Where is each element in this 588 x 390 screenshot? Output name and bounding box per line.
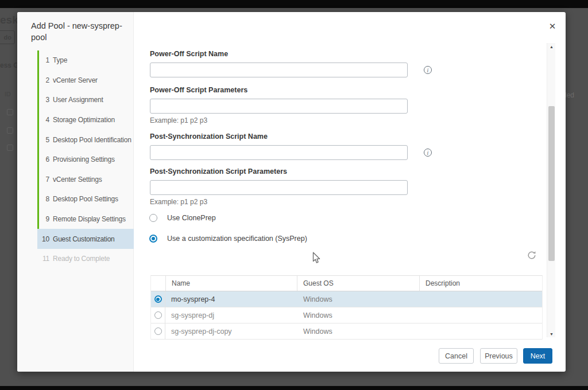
vertical-scrollbar[interactable]: ▲ ▼ <box>547 43 555 337</box>
spec-name-cell: sg-sysprep-dj-copy <box>165 327 297 336</box>
row-radio[interactable] <box>151 323 165 339</box>
power-off-script-parameters-label: Power-Off Script Parameters <box>150 86 247 94</box>
next-button[interactable]: Next <box>523 348 552 364</box>
spec-name-cell: mo-sysprep-4 <box>165 295 297 303</box>
radio-circle-icon <box>149 214 157 222</box>
power-off-parameters-hint: Example: p1 p2 p3 <box>150 116 207 124</box>
step-label: vCenter Server <box>53 76 98 84</box>
step-number: 4 <box>41 116 49 124</box>
step-label: Ready to Complete <box>53 255 110 263</box>
row-radio[interactable] <box>151 291 165 307</box>
scrollbar-up-icon[interactable]: ▲ <box>547 43 556 50</box>
wizard-step-user-assignment[interactable]: 3User Assignment <box>37 90 134 110</box>
radio-circle-icon <box>154 295 162 303</box>
dialog-title: Add Pool - new-sysprep-pool <box>31 21 131 43</box>
screen-top-bezel <box>0 0 588 8</box>
wizard-step-vcenter-server[interactable]: 2vCenter Server <box>37 71 134 91</box>
background-checkbox <box>7 109 13 115</box>
step-label: vCenter Settings <box>53 176 102 184</box>
table-row[interactable]: sg-sysprep-dj-copy Windows <box>151 323 542 340</box>
post-sync-parameters-hint: Example: p1 p2 p3 <box>150 198 207 206</box>
cancel-button[interactable]: Cancel <box>439 348 474 364</box>
background-checkbox <box>7 145 13 151</box>
background-enabled-column-fragment: led <box>565 91 574 99</box>
wizard-step-storage-optimization[interactable]: 4Storage Optimization <box>37 110 134 130</box>
radio-label: Use a customization specification (SysPr… <box>167 235 307 243</box>
step-number: 11 <box>41 255 49 263</box>
step-number: 1 <box>41 56 49 64</box>
wizard-step-ready-to-complete: 11Ready to Complete <box>37 249 134 269</box>
refresh-icon[interactable] <box>527 250 537 260</box>
column-header-guest-os[interactable]: Guest OS <box>297 276 419 291</box>
post-sync-script-parameters-input[interactable] <box>150 180 408 195</box>
column-header-description[interactable]: Description <box>419 276 542 291</box>
background-checkbox <box>7 127 13 134</box>
step-label: Type <box>53 56 67 64</box>
scrollbar-down-icon[interactable]: ▼ <box>547 330 556 337</box>
column-header-name[interactable]: Name <box>165 276 297 291</box>
step-label: Desktop Pool Settings <box>53 195 118 203</box>
wizard-step-guest-customization[interactable]: 10Guest Customization <box>37 229 134 249</box>
step-number: 6 <box>41 155 49 163</box>
background-button-fragment: do <box>0 30 15 44</box>
previous-button[interactable]: Previous <box>480 348 517 364</box>
table-row[interactable]: sg-sysprep-dj Windows <box>151 307 542 323</box>
power-off-script-parameters-input[interactable] <box>150 99 408 114</box>
row-radio[interactable] <box>151 307 165 323</box>
use-sysprep-radio[interactable]: Use a customization specification (SysPr… <box>149 235 307 243</box>
radio-circle-icon <box>154 311 162 319</box>
power-off-script-name-label: Power-Off Script Name <box>150 50 228 58</box>
wizard-step-vcenter-settings[interactable]: 7vCenter Settings <box>37 170 134 190</box>
step-number: 9 <box>41 215 49 223</box>
mouse-cursor <box>312 252 321 267</box>
step-label: Remote Display Settings <box>53 215 126 223</box>
spec-name-cell: sg-sysprep-dj <box>165 311 297 319</box>
step-label: User Assignment <box>53 96 103 104</box>
wizard-step-desktop-pool-identification[interactable]: 5Desktop Pool Identification <box>37 130 134 150</box>
scrollbar-thumb[interactable] <box>548 106 555 261</box>
step-number: 3 <box>41 96 49 104</box>
step-number: 5 <box>41 136 49 144</box>
guest-os-cell: Windows <box>297 327 419 336</box>
step-number: 10 <box>41 235 49 243</box>
step-label: Desktop Pool Identification <box>53 136 131 144</box>
step-number: 7 <box>41 176 49 184</box>
step-label: Guest Customization <box>53 235 115 243</box>
info-icon[interactable]: i <box>424 149 432 157</box>
step-label: Storage Optimization <box>53 116 115 124</box>
step-number: 8 <box>41 195 49 203</box>
power-off-script-name-input[interactable] <box>150 63 408 77</box>
info-icon[interactable]: i <box>424 66 432 74</box>
wizard-step-provisioning-settings[interactable]: 6Provisioning Settings <box>37 150 134 170</box>
background-column-fragment: ID <box>5 91 11 98</box>
customization-spec-table: Name Guest OS Description mo-sysprep-4 W… <box>150 275 543 340</box>
post-sync-script-name-input[interactable] <box>150 145 408 160</box>
post-sync-script-name-label: Post-Synchronization Script Name <box>150 132 268 141</box>
step-number: 2 <box>41 76 49 84</box>
radio-circle-icon <box>154 327 162 335</box>
step-label: Provisioning Settings <box>53 155 115 163</box>
wizard-step-remote-display-settings[interactable]: 9Remote Display Settings <box>37 209 134 229</box>
table-row[interactable]: mo-sysprep-4 Windows <box>151 291 542 307</box>
radio-column-header <box>151 276 165 291</box>
wizard-step-desktop-pool-settings[interactable]: 8Desktop Pool Settings <box>37 189 134 209</box>
use-cloneprep-radio[interactable]: Use ClonePrep <box>149 214 216 222</box>
wizard-step-content: ✕ Power-Off Script Name i Power-Off Scri… <box>134 12 566 372</box>
radio-circle-icon <box>149 235 157 243</box>
wizard-step-type[interactable]: 1Type <box>37 50 134 71</box>
radio-label: Use ClonePrep <box>167 214 216 222</box>
add-pool-dialog: Add Pool - new-sysprep-pool 1Type 2vCent… <box>17 12 566 372</box>
post-sync-script-parameters-label: Post-Synchronization Script Parameters <box>150 167 287 176</box>
screen-bottom-bezel <box>0 386 588 390</box>
table-header-row: Name Guest OS Description <box>151 276 542 291</box>
guest-os-cell: Windows <box>297 295 419 303</box>
wizard-step-list: 1Type 2vCenter Server 3User Assignment 4… <box>37 50 134 269</box>
close-icon[interactable]: ✕ <box>545 19 560 34</box>
wizard-sidebar: Add Pool - new-sysprep-pool 1Type 2vCent… <box>17 12 134 372</box>
guest-os-cell: Windows <box>297 311 419 319</box>
